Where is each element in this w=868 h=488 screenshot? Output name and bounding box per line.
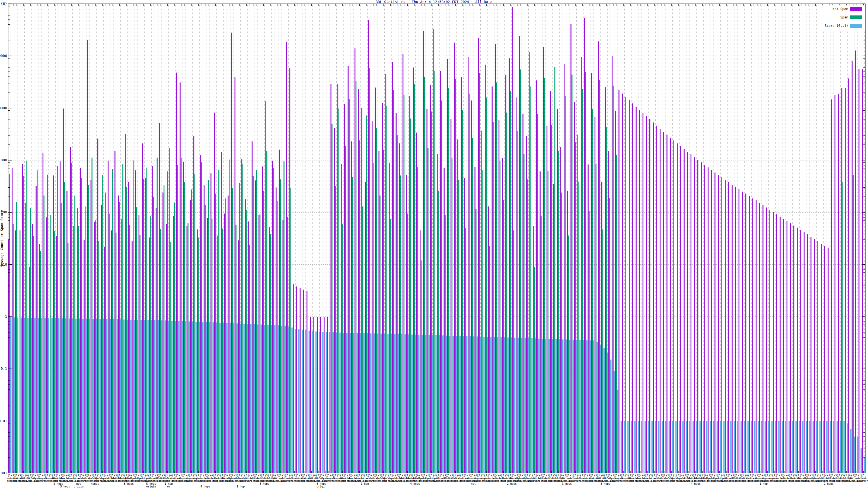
- bar-not-spam: [162, 193, 163, 473]
- bar-score-0-1-: [531, 338, 532, 473]
- bar-score-0-1-: [216, 323, 217, 473]
- bar-score-0-1-: [507, 337, 508, 473]
- y-tick-label: 0.1: [1, 366, 7, 370]
- bar-score-0-1-: [782, 421, 783, 473]
- bar-score-0-1-: [700, 421, 701, 473]
- bar-score-0-1-: [600, 345, 601, 473]
- bar-score-0-1-: [857, 437, 858, 473]
- bar-score-0-1-: [261, 325, 262, 473]
- bar-score-0-1-: [326, 332, 327, 473]
- bar-not-spam: [276, 188, 276, 473]
- bar-score-0-1-: [686, 421, 687, 473]
- bar-spam: [157, 158, 158, 473]
- bar-not-spam: [313, 317, 314, 473]
- bar-spam: [520, 69, 521, 473]
- bar-not-spam: [87, 40, 88, 473]
- bar-score-0-1-: [572, 340, 574, 473]
- bar-score-0-1-: [655, 421, 656, 473]
- bar-not-spam: [187, 226, 187, 473]
- bar-score-0-1-: [504, 337, 505, 473]
- bar-spam: [383, 150, 384, 473]
- bar-not-spam: [557, 109, 558, 473]
- bar-not-spam: [396, 113, 397, 473]
- x-tick-label-name: dnsb: [861, 477, 867, 480]
- bar-spam: [20, 230, 20, 473]
- bar-not-spam: [468, 57, 468, 473]
- bar-not-spam: [618, 90, 619, 473]
- bar-score-0-1-: [679, 421, 680, 473]
- bar-spam: [410, 119, 411, 473]
- bar-spam: [236, 225, 236, 473]
- bar-score-0-1-: [408, 334, 409, 473]
- bar-score-0-1-: [638, 421, 639, 473]
- bar-score-0-1-: [665, 421, 666, 473]
- bar-score-0-1-: [586, 340, 587, 473]
- bar-not-spam: [265, 101, 266, 473]
- bar-score-0-1-: [315, 332, 316, 473]
- bar-score-0-1-: [69, 319, 70, 473]
- bar-score-0-1-: [569, 340, 570, 473]
- bar-score-0-1-: [590, 340, 591, 473]
- bar-not-spam: [776, 214, 777, 473]
- bar-spam: [513, 230, 514, 473]
- x-sublabel: 1 hop: [237, 485, 245, 488]
- bar-not-spam: [378, 151, 379, 473]
- bar-spam: [537, 114, 538, 474]
- bar-not-spam: [211, 173, 211, 473]
- bar-not-spam: [862, 69, 863, 473]
- bar-score-0-1-: [799, 421, 800, 473]
- bar-score-0-1-: [833, 421, 834, 473]
- bar-spam: [198, 237, 198, 473]
- bar-not-spam: [35, 186, 36, 473]
- bar-not-spam: [111, 230, 112, 473]
- bar-spam: [57, 166, 58, 473]
- bar-spam: [136, 207, 137, 473]
- bar-not-spam: [416, 133, 417, 473]
- bar-not-spam: [828, 248, 828, 473]
- bar-not-spam: [320, 317, 321, 473]
- bar-score-0-1-: [75, 319, 76, 473]
- bar-score-0-1-: [223, 323, 224, 473]
- bar-not-spam: [732, 185, 733, 473]
- bar-spam: [540, 216, 541, 473]
- bar-not-spam: [841, 88, 842, 473]
- bar-spam: [177, 165, 178, 473]
- bar-score-0-1-: [576, 340, 577, 473]
- bar-score-0-1-: [792, 421, 793, 473]
- bar-score-0-1-: [291, 327, 292, 473]
- bar-not-spam: [241, 159, 242, 473]
- bar-spam: [551, 125, 552, 473]
- bar-score-0-1-: [538, 338, 539, 473]
- bar-not-spam: [77, 208, 78, 473]
- bar-spam: [102, 175, 102, 473]
- bar-score-0-1-: [394, 334, 396, 473]
- bar-score-0-1-: [864, 457, 865, 473]
- bar-not-spam: [495, 44, 496, 473]
- bar-score-0-1-: [795, 421, 796, 473]
- bar-not-spam: [591, 73, 592, 473]
- bar-not-spam: [135, 170, 136, 473]
- bar-spam: [277, 201, 278, 474]
- bar-not-spam: [303, 290, 304, 473]
- bar-score-0-1-: [741, 421, 742, 473]
- bar-spam: [290, 188, 291, 473]
- bar-spam: [232, 188, 233, 473]
- bar-not-spam: [670, 138, 671, 473]
- bar-score-0-1-: [418, 335, 420, 473]
- bar-not-spam: [66, 191, 67, 473]
- bar-spam: [407, 214, 408, 473]
- bar-not-spam: [708, 167, 709, 473]
- bar-score-0-1-: [847, 423, 848, 473]
- bar-spam: [379, 195, 380, 473]
- bar-spam: [78, 226, 79, 473]
- bar-not-spam: [337, 84, 338, 473]
- bar-score-0-1-: [596, 342, 597, 473]
- bar-score-0-1-: [415, 334, 416, 473]
- bar-spam: [355, 81, 356, 473]
- bar-spam: [95, 220, 96, 473]
- legend-label-not-spam: Not Spam: [833, 7, 848, 11]
- bar-score-0-1-: [380, 334, 382, 473]
- bar-spam: [109, 214, 110, 473]
- bar-spam: [438, 191, 439, 473]
- bar-not-spam: [70, 147, 71, 473]
